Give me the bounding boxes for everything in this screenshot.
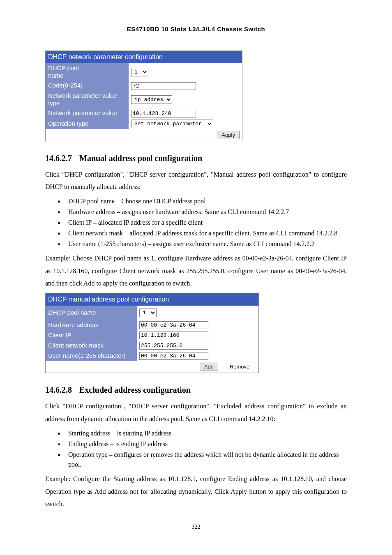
form1-title: DHCP network parameter configuration	[46, 51, 242, 63]
input-hw-address[interactable]	[139, 321, 208, 329]
label-dhcp-pool-name: DHCP pool name	[46, 63, 129, 81]
list-item: Starting address – is starting IP addres…	[58, 428, 347, 438]
section1-para2: Example: Choose DHCP pool name as 1, con…	[45, 252, 347, 290]
list-item: User name (1-255 characters) – assigns u…	[58, 239, 347, 249]
section2-para2: Example: Configure the Starting address …	[45, 473, 347, 510]
input-code[interactable]	[131, 82, 196, 90]
apply-button[interactable]: Apply	[217, 131, 240, 139]
label-op-type: Operation type	[46, 118, 129, 129]
select-op-type[interactable]: Set network parameter	[131, 120, 213, 128]
input-client-mask[interactable]	[139, 342, 208, 350]
page-header: ES4710BD 10 Slots L2/L3/L4 Chassis Switc…	[45, 25, 347, 34]
page-number: 322	[45, 523, 347, 531]
select-dhcp-pool-name[interactable]: 1	[131, 68, 148, 76]
heading-num: 14.6.2.7	[45, 154, 72, 163]
form2-title: DHCP manual address pool configuration	[46, 293, 259, 306]
heading-title: Excluded address configuration	[79, 385, 191, 394]
select-value-type[interactable]: ip address	[131, 95, 172, 104]
add-button[interactable]: Add	[200, 362, 218, 371]
list-item: Client network mask – allocated IP addre…	[58, 228, 347, 238]
label-client-mask: Client network mask	[46, 340, 137, 350]
section1-para1: Click "DHCP configuration", "DHCP server…	[45, 168, 347, 193]
label-pool-name-2: DHCP pool name	[46, 306, 137, 320]
label-hw-address: Hardware address	[46, 320, 137, 330]
heading-title: Manual address pool configuration	[79, 154, 202, 163]
input-param-value[interactable]	[131, 110, 196, 117]
heading-manual-pool: 14.6.2.7Manual address pool configuratio…	[45, 152, 347, 164]
list-item: DHCP pool name – Choose one DHCP address…	[58, 196, 347, 206]
input-client-ip[interactable]	[139, 332, 208, 339]
section2-para1: Click "DHCP configuration", "DHCP server…	[45, 400, 347, 425]
list-item: Hardware address – assigns user hardware…	[58, 207, 347, 217]
list-item: Operation type – configures or removes t…	[58, 450, 347, 470]
heading-num: 14.6.2.8	[45, 385, 72, 394]
label-param-value: Network parameter value	[46, 108, 129, 118]
label-user-name: User name(1-255 character)	[46, 350, 137, 361]
select-pool-name-2[interactable]: 1	[139, 309, 157, 317]
label-code: Code(0-254)	[46, 81, 129, 91]
dhcp-network-param-form: DHCP network parameter configuration DHC…	[45, 51, 242, 141]
list-item: Client IP – allocated IP address for a s…	[58, 218, 347, 228]
section2-bullets: Starting address – is starting IP addres…	[45, 428, 347, 470]
list-item: Ending address – is ending IP address	[58, 439, 347, 449]
label-client-ip: Client IP	[46, 330, 137, 340]
section1-bullets: DHCP pool name – Choose one DHCP address…	[45, 196, 347, 249]
heading-excluded: 14.6.2.8Excluded address configuration	[45, 384, 347, 396]
input-user-name[interactable]	[139, 352, 208, 360]
dhcp-manual-pool-form: DHCP manual address pool configuration D…	[45, 293, 259, 373]
remove-link[interactable]: Remove	[230, 364, 249, 370]
label-value-type: Network parameter value type	[46, 91, 129, 108]
